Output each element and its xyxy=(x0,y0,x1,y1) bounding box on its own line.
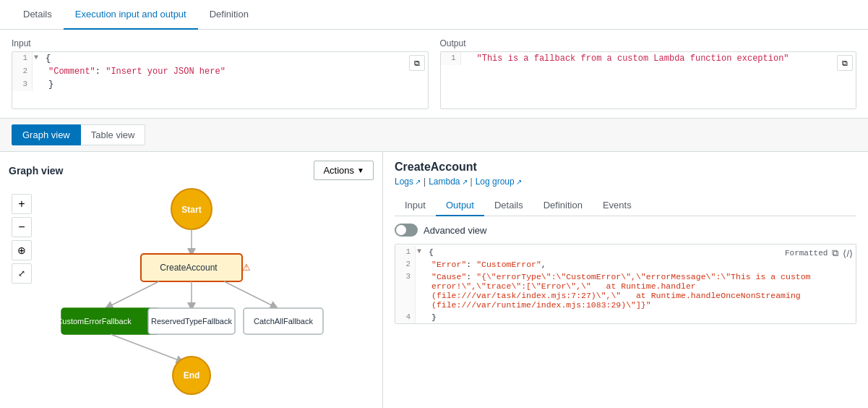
line-spacer xyxy=(416,258,426,271)
external-link-icon2: ↗ xyxy=(462,178,468,186)
line-arrow: ▼ xyxy=(33,52,40,65)
view-toggle-bar: Graph view Table view xyxy=(0,119,868,152)
line-content: } xyxy=(43,78,59,91)
io-section: Input ⧉ 1 ▼ { 2 "Comment": "Insert your … xyxy=(0,30,868,119)
input-line-3: 3 } xyxy=(12,78,428,91)
out-line-2: 2 "Error": "CustomError", xyxy=(395,258,856,271)
graph-panel: Graph view Actions ▼ + − ⊕ ⤢ Start xyxy=(0,152,383,408)
log-group-link[interactable]: Log group ↗ xyxy=(476,177,522,187)
table-view-btn[interactable]: Table view xyxy=(81,124,146,145)
input-copy-btn[interactable]: ⧉ xyxy=(409,55,425,71)
line-num: 3 xyxy=(12,78,33,91)
output-label: Output xyxy=(440,38,857,48)
line-spacer xyxy=(33,78,43,91)
output-code-copy-btn[interactable]: ⧉ xyxy=(832,247,838,259)
logs-link[interactable]: Logs ↗ xyxy=(395,177,421,187)
line-num: 2 xyxy=(395,258,416,271)
svg-line-6 xyxy=(108,281,159,307)
line-content: { xyxy=(423,246,439,258)
tab-details[interactable]: Details xyxy=(12,0,64,30)
sep1: | xyxy=(424,177,426,187)
sub-tab-input[interactable]: Input xyxy=(395,195,436,216)
svg-line-16 xyxy=(111,334,181,361)
advanced-view-toggle[interactable] xyxy=(395,224,418,237)
output-code-icon-btn[interactable]: ⟨/⟩ xyxy=(843,248,853,259)
line-num: 2 xyxy=(12,65,33,78)
input-box: Input ⧉ 1 ▼ { 2 "Comment": "Insert your … xyxy=(12,38,429,109)
svg-text:⚠: ⚠ xyxy=(242,262,251,273)
main-content: Graph view Actions ▼ + − ⊕ ⤢ Start xyxy=(0,152,868,408)
out-line-4: 4 } xyxy=(395,311,856,323)
line-spacer xyxy=(416,311,426,323)
sub-tab-events[interactable]: Events xyxy=(593,195,642,216)
line-num: 3 xyxy=(395,271,416,311)
tab-definition[interactable]: Definition xyxy=(198,0,260,30)
line-num: 1 xyxy=(441,52,461,65)
line-spacer xyxy=(416,271,426,311)
output-code-block: Formatted ⧉ ⟨/⟩ 1 ▼ { 2 "Error": "Custom… xyxy=(395,244,856,324)
svg-text:CatchAllFallback: CatchAllFallback xyxy=(254,317,313,326)
input-code-area: ⧉ 1 ▼ { 2 "Comment": "Insert your JSON h… xyxy=(12,51,429,109)
zoom-controls: + − ⊕ ⤢ xyxy=(12,194,32,284)
top-tab-bar: Details Execution input and output Defin… xyxy=(0,0,868,30)
line-spacer xyxy=(33,65,43,78)
sub-tab-bar: Input Output Details Definition Events xyxy=(395,195,856,216)
output-code-area-top: ⧉ 1 "This is a fallback from a custom La… xyxy=(440,51,857,109)
line-content: "Comment": "Insert your JSON here" xyxy=(43,65,231,78)
svg-line-8 xyxy=(224,281,275,307)
rp-title: CreateAccount xyxy=(395,161,856,174)
rp-links: Logs ↗ | Lambda ↗ | Log group ↗ xyxy=(395,177,856,187)
svg-text:Start: Start xyxy=(181,205,201,215)
external-link-icon3: ↗ xyxy=(516,178,522,186)
fit-btn[interactable]: ⤢ xyxy=(12,263,32,284)
lambda-link[interactable]: Lambda ↗ xyxy=(429,177,467,187)
line-content: "This is a fallback from a custom Lambda… xyxy=(471,52,795,65)
graph-view-btn[interactable]: Graph view xyxy=(12,124,81,145)
zoom-in-btn[interactable]: + xyxy=(12,194,32,214)
sub-tab-output[interactable]: Output xyxy=(436,195,484,216)
line-content: } xyxy=(426,311,442,323)
zoom-out-btn[interactable]: − xyxy=(12,217,32,237)
output-box: Output ⧉ 1 "This is a fallback from a cu… xyxy=(440,38,857,109)
line-content: "Error": "CustomError", xyxy=(426,258,552,271)
right-panel: CreateAccount Logs ↗ | Lambda ↗ | Log gr… xyxy=(383,152,868,408)
svg-text:CreateAccount: CreateAccount xyxy=(160,263,218,273)
external-link-icon: ↗ xyxy=(415,178,421,186)
out-line-3: 3 "Cause": "{\"errorType\":\"CustomError… xyxy=(395,271,856,311)
sub-tab-definition[interactable]: Definition xyxy=(533,195,593,216)
tab-execution-io[interactable]: Execution input and output xyxy=(64,0,198,30)
output-copy-btn[interactable]: ⧉ xyxy=(837,55,853,71)
graph-title: Graph view xyxy=(9,165,63,177)
actions-btn[interactable]: Actions ▼ xyxy=(314,161,374,180)
svg-text:CustomErrorFallback: CustomErrorFallback xyxy=(56,317,132,326)
advanced-view-label: Advanced view xyxy=(424,225,486,236)
output-line-1: 1 "This is a fallback from a custom Lamb… xyxy=(441,52,856,65)
line-content: "Cause": "{\"errorType\":\"CustomError\"… xyxy=(426,271,830,311)
chevron-down-icon: ▼ xyxy=(357,166,364,174)
svg-text:ReservedTypeFallback: ReservedTypeFallback xyxy=(151,317,232,326)
line-spacer xyxy=(461,52,471,65)
graph-header: Graph view Actions ▼ xyxy=(9,161,374,180)
toggle-knob xyxy=(396,225,406,235)
formatted-label: Formatted xyxy=(785,249,828,258)
graph-svg: Start CreateAccount ⚠ xyxy=(47,187,336,404)
sep2: | xyxy=(470,177,473,187)
line-num: 1 xyxy=(12,52,33,65)
advanced-view-row: Advanced view xyxy=(395,224,856,237)
sub-tab-details[interactable]: Details xyxy=(484,195,533,216)
input-line-1: 1 ▼ { xyxy=(12,52,428,65)
line-num: 4 xyxy=(395,311,416,323)
graph-canvas: Start CreateAccount ⚠ xyxy=(9,186,374,406)
svg-text:End: End xyxy=(183,370,199,381)
input-label: Input xyxy=(12,38,429,48)
line-num: 1 xyxy=(395,246,416,258)
line-arrow: ▼ xyxy=(416,246,423,258)
input-line-2: 2 "Comment": "Insert your JSON here" xyxy=(12,65,428,78)
line-content: { xyxy=(40,52,56,65)
output-code-toolbar: Formatted ⧉ ⟨/⟩ xyxy=(785,247,853,259)
recenter-btn[interactable]: ⊕ xyxy=(12,240,32,260)
